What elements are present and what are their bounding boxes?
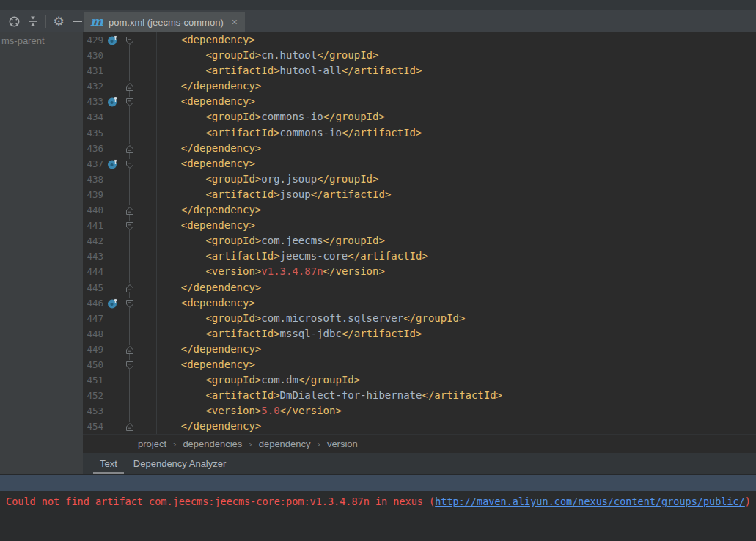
- code-text: </dependency>: [156, 280, 261, 295]
- line-number: 433: [83, 94, 103, 109]
- code-line[interactable]: 441 <dependency>: [83, 218, 756, 233]
- breadcrumb-item-dependencies[interactable]: dependencies: [183, 438, 242, 449]
- xml-text: org.jsoup: [261, 173, 317, 185]
- fold-marker-icon[interactable]: [125, 159, 134, 169]
- fold-marker-icon[interactable]: [125, 422, 134, 431]
- code-text: <version>v1.3.4.87n</version>: [156, 264, 385, 279]
- code-line[interactable]: 449 </dependency>: [83, 342, 756, 357]
- code-line[interactable]: 445 </dependency>: [83, 280, 756, 295]
- xml-tag: <artifactId>: [156, 65, 280, 76]
- code-text: <groupId>cn.hutool</groupId>: [156, 48, 378, 63]
- code-line[interactable]: 450 <dependency>: [83, 357, 756, 372]
- code-line[interactable]: 432 </dependency>: [83, 78, 756, 94]
- xml-tag: <groupId>: [156, 312, 261, 324]
- xml-text: cn.hutool: [261, 49, 317, 61]
- xml-tag: </groupId>: [317, 49, 378, 61]
- fold-marker-icon[interactable]: [125, 35, 134, 45]
- line-number: 448: [83, 326, 103, 342]
- code-line[interactable]: 438 <groupId>org.jsoup</groupId>: [83, 172, 756, 187]
- code-line[interactable]: 434 <groupId>commons-io</groupId>: [83, 109, 756, 125]
- code-line[interactable]: 454 </dependency>: [83, 419, 756, 434]
- code-text: <groupId>commons-io</groupId>: [156, 109, 385, 125]
- maven-dependency-gutter-icon[interactable]: [107, 34, 119, 46]
- console-error-suffix: ): [745, 496, 751, 507]
- tab-close-icon[interactable]: ×: [232, 17, 238, 27]
- xml-tag: </version>: [323, 265, 385, 277]
- xml-tag: <version>: [156, 405, 261, 416]
- line-number: 453: [83, 403, 103, 419]
- code-line[interactable]: 448 <artifactId>mssql-jdbc</artifactId>: [83, 326, 756, 342]
- breadcrumb-item-project[interactable]: project: [138, 438, 166, 449]
- code-line[interactable]: 443 <artifactId>jeecms-core</artifactId>: [83, 249, 756, 264]
- code-line[interactable]: 429 <dependency>: [83, 32, 756, 48]
- xml-tag: <dependency>: [156, 34, 255, 45]
- settings-gear-icon[interactable]: ⚙: [49, 12, 68, 30]
- xml-text: commons-io: [261, 111, 323, 122]
- ide-window: ⚙ m pom.xml (jeecms-common) × ms-parent …: [0, 0, 756, 541]
- code-text: <artifactId>commons-io</artifactId>: [156, 125, 422, 141]
- locate-icon[interactable]: [4, 12, 23, 30]
- project-tree-item[interactable]: ms-parent: [1, 35, 45, 46]
- xml-text: com.dm: [261, 374, 298, 386]
- tab-dependency-analyzer[interactable]: Dependency Analyzer: [125, 453, 234, 474]
- fold-marker-icon[interactable]: [125, 81, 134, 91]
- fold-marker-icon[interactable]: [125, 283, 134, 292]
- code-text: </dependency>: [156, 202, 261, 218]
- console-error-message: Could not find artifact com.jeecms:jeecm…: [6, 495, 751, 508]
- code-line[interactable]: 446 <dependency>: [83, 295, 756, 311]
- breadcrumb-separator-icon: ›: [318, 438, 320, 449]
- xml-error-value: 5.0: [261, 405, 279, 416]
- code-line[interactable]: 452 <artifactId>DmDialect-for-hibernate<…: [83, 388, 756, 403]
- fold-marker-icon[interactable]: [125, 221, 134, 230]
- breadcrumb-item-version[interactable]: version: [327, 438, 358, 449]
- maven-dependency-gutter-icon[interactable]: [107, 96, 119, 108]
- code-line[interactable]: 430 <groupId>cn.hutool</groupId>: [83, 48, 756, 63]
- maven-dependency-gutter-icon[interactable]: [107, 298, 119, 309]
- xml-tag: <groupId>: [156, 235, 261, 246]
- fold-marker-icon[interactable]: [125, 345, 134, 354]
- breadcrumb-item-dependency[interactable]: dependency: [259, 438, 311, 449]
- panel-splitter[interactable]: [0, 474, 756, 491]
- code-line[interactable]: 439 <artifactId>jsoup</artifactId>: [83, 187, 756, 202]
- line-number: 454: [83, 419, 103, 434]
- code-line[interactable]: 436 </dependency>: [83, 141, 756, 156]
- fold-marker-icon[interactable]: [125, 298, 134, 308]
- line-number: 452: [83, 388, 103, 403]
- code-line[interactable]: 453 <version>5.0</version>: [83, 403, 756, 419]
- xml-tag: </groupId>: [317, 173, 378, 185]
- line-number: 441: [83, 218, 103, 233]
- fold-marker-icon[interactable]: [125, 205, 134, 215]
- xml-tag: <dependency>: [156, 358, 255, 370]
- code-line[interactable]: 431 <artifactId>hutool-all</artifactId>: [83, 63, 756, 78]
- xml-text: com.jeecms: [261, 235, 323, 246]
- code-line[interactable]: 442 <groupId>com.jeecms</groupId>: [83, 233, 756, 249]
- code-line[interactable]: 433 <dependency>: [83, 94, 756, 109]
- code-line[interactable]: 451 <groupId>com.dm</groupId>: [83, 372, 756, 388]
- code-text: <dependency>: [156, 357, 255, 372]
- editor-tab-pom-xml[interactable]: m pom.xml (jeecms-common) ×: [84, 12, 245, 32]
- fold-marker-icon[interactable]: [125, 360, 134, 369]
- code-line[interactable]: 444 <version>v1.3.4.87n</version>: [83, 264, 756, 279]
- line-number: 440: [83, 202, 103, 218]
- tab-text[interactable]: Text: [92, 453, 125, 474]
- line-number: 450: [83, 357, 103, 372]
- xml-tag: </artifactId>: [348, 250, 428, 262]
- xml-text: commons-io: [280, 127, 342, 139]
- code-editor[interactable]: 429 <dependency> 430 <groupId>cn.hutool<…: [83, 32, 756, 434]
- fold-marker-icon[interactable]: [125, 97, 134, 106]
- fold-marker-icon[interactable]: [125, 144, 134, 153]
- code-line[interactable]: 435 <artifactId>commons-io</artifactId>: [83, 125, 756, 141]
- code-line[interactable]: 437 <dependency>: [83, 156, 756, 172]
- xml-tag: <dependency>: [156, 219, 255, 231]
- code-text: </dependency>: [156, 78, 261, 94]
- breadcrumb: project›dependencies›dependency›version: [83, 434, 756, 453]
- console-repository-link[interactable]: http://maven.aliyun.com/nexus/content/gr…: [435, 496, 745, 507]
- code-text: <dependency>: [156, 295, 255, 311]
- code-line[interactable]: 440 </dependency>: [83, 202, 756, 218]
- xml-tag: <artifactId>: [156, 127, 280, 139]
- maven-dependency-gutter-icon[interactable]: [107, 158, 119, 170]
- code-line[interactable]: 447 <groupId>com.microsoft.sqlserver</gr…: [83, 311, 756, 326]
- toolbar-separator: [45, 15, 46, 28]
- collapse-all-icon[interactable]: [23, 12, 43, 30]
- xml-tag: <version>: [156, 265, 261, 277]
